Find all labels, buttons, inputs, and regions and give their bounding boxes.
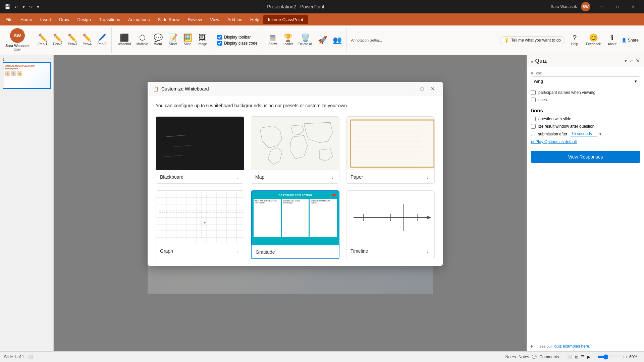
leader-tool[interactable]: 🏆 Leader (281, 33, 295, 47)
whiteboard-tool[interactable]: ⬛ Whitebrd (116, 33, 133, 47)
status-left: Slide 1 of 1 ⬜ (4, 355, 33, 359)
whiteboard-card-gratitude[interactable]: ❤ GRATITUDE REFLECTION WHAT ARE YOU GRAT… (251, 190, 339, 259)
pen3-tool[interactable]: ✏️ Pen-3 (66, 33, 79, 47)
timer-checkbox[interactable] (531, 132, 535, 136)
menu-animations[interactable]: Animations (124, 15, 154, 24)
menu-draw[interactable]: Draw (55, 15, 73, 24)
menu-help[interactable]: Help (246, 15, 263, 24)
person-tool[interactable]: 👥 (330, 35, 344, 45)
view-slide-sorter-icon[interactable]: ⊞ (575, 355, 578, 359)
undo-icon[interactable]: ↩ (13, 3, 20, 10)
question-type-select[interactable]: wing ▾ (531, 76, 640, 86)
image-tool[interactable]: 🖼 Image (196, 33, 209, 47)
menu-design[interactable]: Design (73, 15, 95, 24)
display-classcode-checkbox[interactable] (217, 41, 222, 46)
about-tool[interactable]: ℹ About (605, 33, 619, 47)
whiteboard-card-paper[interactable]: Paper ⋮ (346, 116, 435, 184)
play-options-link[interactable]: nt Play Options as default (531, 139, 577, 144)
qr-tool[interactable]: ▦ Show (266, 33, 279, 47)
short-icon: 📝 (168, 34, 177, 42)
accessibility-icon[interactable]: ⬜ (28, 355, 33, 359)
timeline-more-button[interactable]: ⋮ (425, 248, 430, 254)
comments-text[interactable]: Comments (539, 355, 559, 359)
graph-more-button[interactable]: ⋮ (234, 248, 240, 254)
share-button[interactable]: 👤 Share (622, 38, 639, 43)
paper-more-button[interactable]: ⋮ (425, 174, 430, 180)
slide-tool[interactable]: 🖼️ Slide (181, 33, 194, 47)
gratitude-more-button[interactable]: ⋮ (329, 249, 335, 255)
feedback-tool[interactable]: 😊 Feedback (584, 33, 603, 47)
display-toolbar-checkbox[interactable] (217, 35, 222, 40)
pen1-tool[interactable]: ✏️ Pen-1 (36, 33, 50, 47)
panel-close-button[interactable]: ✕ (636, 58, 640, 64)
multiple-icon: ⬡ (139, 34, 146, 42)
timer-value: 15 seconds (570, 131, 597, 136)
pen2-tool[interactable]: ✏️ Pen-2 (51, 33, 64, 47)
menu-slideshow[interactable]: Slide Show (154, 15, 183, 24)
whiteboard-card-graph[interactable]: Graph ⋮ (156, 190, 244, 259)
menu-insert[interactable]: Insert (36, 15, 55, 24)
pen5-tool[interactable]: 🖊️ Pen-5 (95, 33, 109, 47)
responses-checkbox[interactable] (531, 98, 536, 102)
pen4-tool[interactable]: ✏️ Pen-4 (80, 33, 94, 47)
delete-tool[interactable]: 🗑️ Delete all (297, 33, 315, 47)
quickaccess-more-icon[interactable]: ▾ (36, 3, 41, 10)
menu-addins[interactable]: Add-ins (223, 15, 246, 24)
save-icon[interactable]: 💾 (3, 3, 12, 10)
menu-transitions[interactable]: Transitions (95, 15, 124, 24)
zoom-slider[interactable] (597, 354, 624, 360)
panel-dropdown-icon[interactable]: ▾ (625, 58, 627, 63)
menu-view[interactable]: View (206, 15, 223, 24)
lightbulb-icon: 💡 (504, 38, 509, 43)
timer-dropdown-icon[interactable]: ▾ (599, 132, 601, 136)
whiteboard-card-timeline[interactable]: Timeline ⋮ (346, 190, 435, 259)
view-normal-icon[interactable]: ⬜ (567, 355, 572, 359)
blackboard-thumbnail (156, 117, 244, 170)
undo-dropdown-icon[interactable]: ▾ (21, 3, 26, 10)
minimize-button[interactable]: ─ (594, 0, 610, 13)
result-window-checkbox[interactable] (531, 124, 536, 129)
modal-close-button[interactable]: ✕ (428, 85, 437, 93)
menu-inknoe[interactable]: Inknoe ClassPoint (263, 15, 308, 24)
tell-me-input[interactable]: 💡 Tell me what you want to do (500, 36, 565, 44)
result-window-row: ize result window after question (531, 124, 640, 129)
pen4-icon: ✏️ (83, 34, 92, 42)
map-more-button[interactable]: ⋮ (330, 174, 335, 180)
question-with-slide-row: question with slide (531, 117, 640, 121)
menu-review[interactable]: Review (183, 15, 206, 24)
short-tool[interactable]: 📝 Short (166, 33, 179, 47)
whiteboard-card-map[interactable]: Map ⋮ (251, 116, 339, 184)
gratitude-col2: HOW DID YOU SHOW GRATITUDE? (282, 199, 309, 237)
maximize-button[interactable]: □ (610, 0, 625, 13)
menu-file[interactable]: File (1, 15, 16, 24)
names-checkbox[interactable] (531, 90, 536, 95)
view-slideshow-icon[interactable]: ▶ (587, 355, 590, 359)
notes-button[interactable]: Notes (505, 355, 516, 359)
redo-icon[interactable]: ↪ (28, 3, 34, 10)
zoom-level[interactable]: 60% (629, 355, 640, 359)
close-button[interactable]: ✕ (625, 0, 641, 13)
multiple-tool[interactable]: ⬡ Multiple (135, 33, 150, 47)
view-responses-button[interactable]: View Responses (531, 151, 640, 163)
word-tool[interactable]: 💬 Word (151, 33, 165, 47)
zoom-in-button[interactable]: + (626, 355, 628, 359)
display-toolbar-label[interactable]: Display toolbar (217, 35, 257, 40)
display-classcode-label[interactable]: Display class code (217, 41, 257, 46)
slide-thumbnail-1[interactable]: ANIMAL MULTIPLICATION Practice your m...… (3, 62, 51, 89)
rocket-tool[interactable]: 🚀 (316, 35, 329, 45)
quiz-examples-link[interactable]: quiz examples here. (554, 344, 590, 349)
question-with-slide-checkbox[interactable] (531, 117, 536, 121)
image-label: Image (198, 42, 207, 46)
view-reading-icon[interactable]: ☰ (581, 355, 585, 359)
notes-text[interactable]: Notes (519, 355, 529, 359)
menu-home[interactable]: Home (16, 15, 36, 24)
help-tool[interactable]: ? Help (568, 33, 581, 47)
modal-maximize-button[interactable]: □ (417, 85, 427, 93)
modal-minimize-button[interactable]: ─ (407, 85, 416, 93)
zoom-out-button[interactable]: ─ (593, 355, 596, 359)
comments-button[interactable]: 💬 (532, 355, 537, 359)
display-checkboxes: Display toolbar Display class code (216, 34, 259, 47)
panel-expand-icon[interactable]: ⤢ (630, 59, 633, 63)
blackboard-more-button[interactable]: ⋮ (234, 174, 240, 180)
whiteboard-card-blackboard[interactable]: Blackboard ⋮ (156, 116, 244, 184)
